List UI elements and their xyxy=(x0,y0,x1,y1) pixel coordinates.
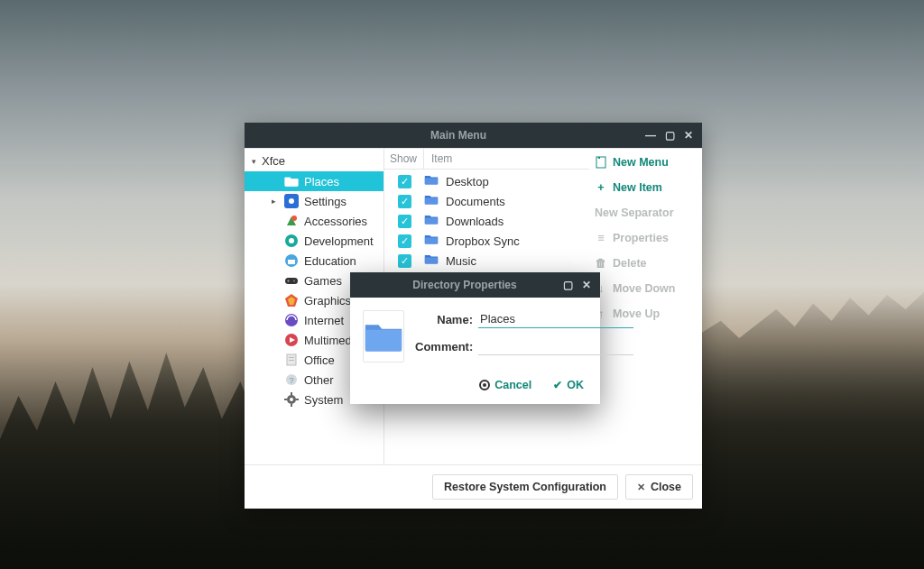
list-item[interactable]: ✓Music xyxy=(384,251,589,271)
minimize-icon[interactable]: — xyxy=(645,129,656,142)
sidebar-item-places[interactable]: Places xyxy=(245,171,383,191)
list-item[interactable]: ✓Dropbox Sync xyxy=(384,231,589,251)
office-icon xyxy=(284,353,299,367)
list-header: Show Item xyxy=(384,149,589,170)
comment-input[interactable] xyxy=(478,337,633,355)
list-item-label: Desktop xyxy=(446,175,489,188)
move-down-label: Move Down xyxy=(613,282,675,295)
chevron-right-icon: ▸ xyxy=(272,197,279,206)
dialog-maximize-icon[interactable]: ▢ xyxy=(563,279,573,291)
list-item-label: Downloads xyxy=(446,215,504,228)
main-footer: Restore System Configuration ✕ Close xyxy=(245,464,702,509)
svg-point-1 xyxy=(289,198,294,204)
dev-icon xyxy=(284,234,299,248)
col-item[interactable]: Item xyxy=(424,149,589,169)
icon-chooser[interactable] xyxy=(363,310,404,363)
sidebar-item-label: Accessories xyxy=(304,215,367,228)
svg-rect-14 xyxy=(289,360,294,361)
svg-point-2 xyxy=(291,216,297,221)
education-icon xyxy=(284,253,299,268)
move-down-button[interactable]: ↓ Move Down xyxy=(595,282,697,295)
sidebar-item-education[interactable]: Education xyxy=(245,251,383,271)
games-icon xyxy=(284,273,299,288)
checkbox[interactable]: ✓ xyxy=(398,195,411,208)
internet-icon xyxy=(284,313,299,327)
svg-rect-24 xyxy=(598,157,600,159)
sidebar-item-label: Internet xyxy=(304,314,344,327)
checkbox[interactable]: ✓ xyxy=(398,215,411,228)
comment-label: Comment: xyxy=(415,340,478,353)
close-icon[interactable]: ✕ xyxy=(684,129,693,142)
multimedia-icon xyxy=(284,333,299,347)
sidebar-item-development[interactable]: Development xyxy=(245,231,383,251)
new-separator-label: New Separator xyxy=(595,206,674,219)
new-separator-button[interactable]: New Separator xyxy=(595,206,697,219)
folder-icon xyxy=(424,193,440,209)
list-item[interactable]: ✓Downloads xyxy=(384,211,589,231)
directory-properties-dialog: Directory Properties ▢ ✕ Name: Comment: xyxy=(350,272,600,404)
sidebar-item-label: Other xyxy=(304,373,334,387)
folder-icon xyxy=(284,174,299,188)
list-icon: ≡ xyxy=(595,232,607,244)
list-item-label: Documents xyxy=(446,195,505,208)
folder-icon xyxy=(424,233,440,249)
action-panel: New Menu + New Item New Separator ≡ Prop… xyxy=(589,149,702,464)
dialog-close-icon[interactable]: ✕ xyxy=(582,279,591,291)
check-icon: ✔ xyxy=(553,379,562,391)
folder-icon xyxy=(424,213,440,229)
folder-icon xyxy=(364,319,403,353)
sidebar-item-label: System xyxy=(304,393,343,407)
trash-icon: 🗑 xyxy=(595,257,607,270)
delete-button[interactable]: 🗑 Delete xyxy=(595,257,697,270)
folder-icon xyxy=(424,252,440,269)
name-input[interactable] xyxy=(478,310,633,328)
main-title: Main Menu xyxy=(281,129,636,142)
new-item-button[interactable]: + New Item xyxy=(595,181,697,194)
checkbox[interactable]: ✓ xyxy=(398,254,411,268)
dialog-title: Directory Properties xyxy=(375,279,554,291)
new-item-label: New Item xyxy=(613,181,662,194)
dialog-titlebar[interactable]: Directory Properties ▢ ✕ xyxy=(350,272,600,298)
ok-button[interactable]: ✔ OK xyxy=(553,379,584,391)
sidebar-item-accessories[interactable]: Accessories xyxy=(245,211,383,231)
other-icon: ? xyxy=(284,372,299,387)
settings-blue-icon xyxy=(284,194,299,208)
col-show[interactable]: Show xyxy=(384,149,424,169)
main-titlebar[interactable]: Main Menu — ▢ ✕ xyxy=(245,123,702,148)
checkbox[interactable]: ✓ xyxy=(398,175,411,188)
ok-label: OK xyxy=(567,379,584,391)
svg-rect-13 xyxy=(289,357,294,358)
graphics-icon xyxy=(284,293,299,307)
sidebar-item-settings[interactable]: ▸Settings xyxy=(245,191,383,211)
cancel-button[interactable]: Cancel xyxy=(479,379,531,391)
sidebar-item-label: Graphics xyxy=(304,294,351,307)
accessories-icon xyxy=(284,214,299,228)
list-item[interactable]: ✓Desktop xyxy=(384,171,589,191)
close-label: Close xyxy=(651,481,681,493)
sidebar-item-label: Development xyxy=(304,234,374,248)
new-menu-button[interactable]: New Menu xyxy=(595,156,697,169)
sidebar-item-label: Places xyxy=(304,175,339,188)
delete-label: Delete xyxy=(613,257,647,270)
list-item-label: Music xyxy=(446,254,476,268)
sidebar-item-label: Games xyxy=(304,274,342,288)
tree-root-label: Xfce xyxy=(262,154,285,168)
tree-root[interactable]: ▾ Xfce xyxy=(245,151,383,171)
plus-icon: + xyxy=(595,181,607,194)
cancel-label: Cancel xyxy=(494,379,531,391)
restore-button[interactable]: Restore System Configuration xyxy=(432,474,618,500)
sidebar-item-label: Education xyxy=(304,254,356,268)
chevron-down-icon: ▾ xyxy=(252,157,256,166)
list-item-label: Dropbox Sync xyxy=(446,234,520,248)
svg-point-6 xyxy=(293,280,295,282)
new-menu-label: New Menu xyxy=(613,156,669,169)
checkbox[interactable]: ✓ xyxy=(398,234,411,248)
close-x-icon: ✕ xyxy=(637,482,645,493)
system-icon xyxy=(284,392,299,407)
close-button[interactable]: ✕ Close xyxy=(625,474,693,500)
list-item[interactable]: ✓Documents xyxy=(384,191,589,211)
maximize-icon[interactable]: ▢ xyxy=(665,129,675,142)
sidebar-item-label: Settings xyxy=(304,195,346,208)
properties-button[interactable]: ≡ Properties xyxy=(595,232,697,244)
folder-icon xyxy=(424,173,440,189)
